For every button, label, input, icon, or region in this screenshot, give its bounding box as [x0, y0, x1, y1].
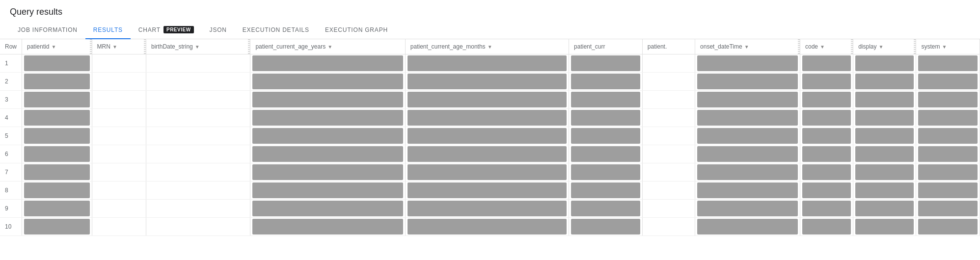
col-header-onset[interactable]: onset_dateTime▼ [695, 39, 800, 54]
cell-system [916, 218, 980, 236]
col-dropdown-code[interactable]: ▼ [820, 44, 825, 50]
col-resize-display[interactable] [914, 39, 916, 54]
cell-onset [695, 200, 800, 218]
cell-patientid [22, 218, 92, 236]
cell-block [24, 74, 90, 89]
cell-block [802, 146, 851, 162]
cell-curr2 [642, 73, 695, 91]
col-header-patientid[interactable]: patientid▼ [22, 39, 92, 54]
cell-block [697, 55, 798, 71]
col-header-birthdate[interactable]: birthDate_string▼ [146, 39, 250, 54]
cell-block [408, 55, 567, 71]
cell-code [800, 218, 853, 236]
tab-exec-details[interactable]: EXECUTION DETAILS [235, 22, 317, 39]
col-header-code[interactable]: code▼ [800, 39, 853, 54]
col-resize-birthdate[interactable] [248, 39, 250, 54]
cell-display [853, 182, 916, 200]
page-title: Query results [0, 0, 980, 21]
table-row: 1 [0, 54, 980, 73]
col-dropdown-onset[interactable]: ▼ [744, 44, 749, 50]
col-label-age_years: patient_current_age_years [255, 43, 326, 50]
cell-block [252, 74, 403, 89]
cell-block [408, 182, 567, 198]
table-row: 10 [0, 218, 980, 236]
table-row: 6 [0, 145, 980, 163]
cell-curr2 [642, 109, 695, 127]
row-num-cell: 2 [0, 73, 22, 91]
cell-code [800, 182, 853, 200]
cell-curr1 [569, 54, 643, 73]
cell-block [918, 201, 978, 216]
col-header-age_years[interactable]: patient_current_age_years▼ [250, 39, 405, 54]
cell-patientid [22, 127, 92, 145]
col-header-system[interactable]: system▼ [916, 39, 980, 54]
tab-job-info[interactable]: JOB INFORMATION [10, 22, 85, 39]
cell-block [252, 92, 403, 107]
cell-block [697, 92, 798, 107]
cell-system [916, 200, 980, 218]
col-resize-code[interactable] [851, 39, 853, 54]
cell-age_years [250, 109, 405, 127]
col-dropdown-birthdate[interactable]: ▼ [195, 44, 200, 50]
cell-curr2 [642, 218, 695, 236]
col-label-birthdate: birthDate_string [151, 43, 193, 50]
row-num-cell: 10 [0, 218, 22, 236]
cell-mrn [92, 200, 146, 218]
tab-json[interactable]: JSON [202, 22, 235, 39]
cell-curr1 [569, 91, 643, 109]
cell-mrn [92, 218, 146, 236]
col-dropdown-age_months[interactable]: ▼ [488, 44, 492, 50]
cell-block [855, 74, 914, 89]
col-dropdown-patientid[interactable]: ▼ [51, 44, 56, 50]
cell-system [916, 182, 980, 200]
tab-exec-graph[interactable]: EXECUTION GRAPH [317, 22, 396, 39]
col-header-curr2[interactable]: patient. [642, 39, 695, 54]
cell-curr2 [642, 163, 695, 182]
col-dropdown-display[interactable]: ▼ [879, 44, 884, 50]
cell-block [802, 92, 851, 107]
col-resize-onset[interactable] [798, 39, 800, 54]
cell-block [855, 164, 914, 180]
tab-chart[interactable]: CHARTPREVIEW [131, 21, 202, 39]
cell-block [571, 55, 640, 71]
tab-results[interactable]: RESULTS [85, 22, 131, 39]
col-header-display[interactable]: display▼ [853, 39, 916, 54]
table-row: 9 [0, 200, 980, 218]
cell-curr2 [642, 182, 695, 200]
col-header-mrn[interactable]: MRN▼ [92, 39, 146, 54]
col-dropdown-age_years[interactable]: ▼ [327, 44, 332, 50]
cell-birthdate [146, 109, 250, 127]
col-resize-patientid[interactable] [90, 39, 92, 54]
col-header-age_months[interactable]: patient_current_age_months▼ [405, 39, 569, 54]
col-header-curr1[interactable]: patient_curr [569, 39, 643, 54]
cell-birthdate [146, 127, 250, 145]
cell-age_years [250, 145, 405, 163]
col-dropdown-mrn[interactable]: ▼ [112, 44, 117, 50]
cell-age_months [405, 182, 569, 200]
cell-code [800, 109, 853, 127]
cell-mrn [92, 127, 146, 145]
cell-block [697, 164, 798, 180]
cell-block [408, 74, 567, 89]
col-resize-mrn[interactable] [144, 39, 146, 54]
row-col-label: Row [5, 43, 17, 50]
cell-age_months [405, 200, 569, 218]
cell-curr2 [642, 91, 695, 109]
cell-patientid [22, 109, 92, 127]
cell-block [855, 182, 914, 198]
cell-code [800, 200, 853, 218]
col-label-patientid: patientid [27, 43, 49, 50]
cell-block [408, 110, 567, 126]
cell-display [853, 91, 916, 109]
cell-age_months [405, 73, 569, 91]
table-row: 7 [0, 163, 980, 182]
cell-block [918, 128, 978, 144]
col-header-row: Row [0, 39, 22, 54]
cell-age_months [405, 127, 569, 145]
cell-block [408, 146, 567, 162]
cell-block [697, 110, 798, 126]
cell-block [252, 182, 403, 198]
cell-block [408, 128, 567, 144]
cell-curr1 [569, 109, 643, 127]
col-dropdown-system[interactable]: ▼ [942, 44, 947, 50]
